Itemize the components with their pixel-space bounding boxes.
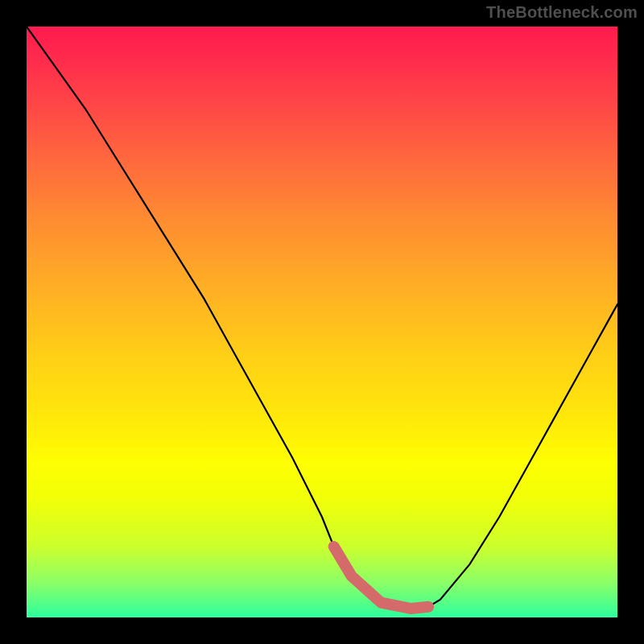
bottleneck-curve-line	[27, 27, 617, 609]
chart-svg	[27, 27, 617, 617]
plot-area	[27, 27, 617, 617]
chart-frame: TheBottleneck.com	[0, 0, 644, 644]
optimal-band-line	[334, 547, 428, 609]
watermark-text: TheBottleneck.com	[486, 3, 638, 22]
